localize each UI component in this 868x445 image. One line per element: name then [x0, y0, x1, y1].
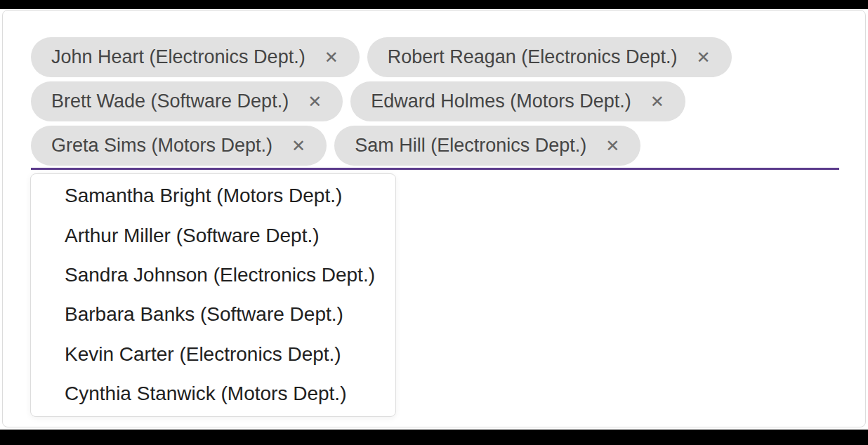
- tag-label: Greta Sims (Motors Dept.): [51, 136, 272, 155]
- tag-label: Sam Hill (Electronics Dept.): [355, 136, 586, 155]
- letterbox-bottom: [0, 430, 868, 445]
- letterbox-top: [0, 0, 868, 9]
- tagbox-input[interactable]: [648, 126, 839, 166]
- tag[interactable]: Greta Sims (Motors Dept.) ✕: [31, 126, 327, 166]
- tag-remove-icon[interactable]: ✕: [324, 49, 338, 66]
- tagbox-panel: John Heart (Electronics Dept.) ✕ Robert …: [2, 10, 866, 427]
- tag-remove-icon[interactable]: ✕: [650, 93, 664, 110]
- tag-label: Robert Reagan (Electronics Dept.): [388, 48, 678, 67]
- tag[interactable]: Robert Reagan (Electronics Dept.) ✕: [367, 37, 732, 77]
- tag-remove-icon[interactable]: ✕: [605, 138, 619, 154]
- list-item[interactable]: Arthur Miller (Software Dept.): [31, 215, 395, 255]
- tag-remove-icon[interactable]: ✕: [308, 93, 322, 110]
- tag[interactable]: Edward Holmes (Motors Dept.) ✕: [350, 81, 685, 121]
- dropdown-list: Samantha Bright (Motors Dept.) Arthur Mi…: [30, 173, 396, 417]
- tag[interactable]: John Heart (Electronics Dept.) ✕: [31, 37, 360, 77]
- tag[interactable]: Sam Hill (Electronics Dept.) ✕: [334, 126, 640, 166]
- tag-label: John Heart (Electronics Dept.): [51, 48, 305, 67]
- list-item[interactable]: Barbara Banks (Software Dept.): [31, 295, 395, 334]
- list-item[interactable]: Sandra Johnson (Electronics Dept.): [31, 255, 395, 295]
- screenshot-root: John Heart (Electronics Dept.) ✕ Robert …: [0, 0, 868, 445]
- tag-label: Edward Holmes (Motors Dept.): [371, 92, 631, 111]
- list-item[interactable]: Samantha Bright (Motors Dept.): [31, 176, 395, 215]
- tag-remove-icon[interactable]: ✕: [696, 49, 710, 66]
- tag[interactable]: Brett Wade (Software Dept.) ✕: [31, 81, 343, 121]
- tag-remove-icon[interactable]: ✕: [291, 138, 305, 154]
- tag-label: Brett Wade (Software Dept.): [51, 92, 289, 111]
- tagbox-field[interactable]: John Heart (Electronics Dept.) ✕ Robert …: [31, 37, 839, 170]
- list-item[interactable]: Kevin Carter (Electronics Dept.): [31, 335, 395, 374]
- list-item[interactable]: Cynthia Stanwick (Motors Dept.): [31, 374, 395, 413]
